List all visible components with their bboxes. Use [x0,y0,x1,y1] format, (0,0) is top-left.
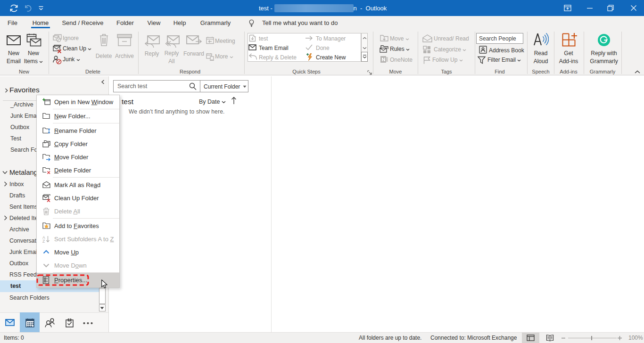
svg-text:Z: Z [42,239,45,243]
